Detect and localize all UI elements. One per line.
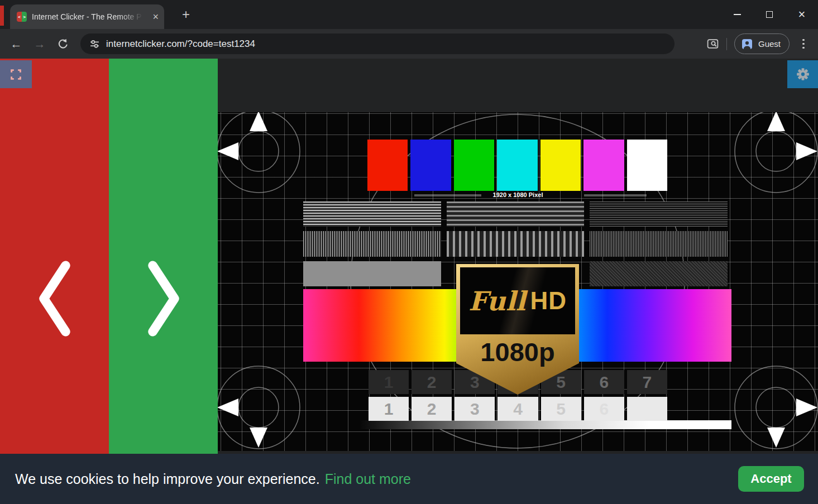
edge-artifact	[0, 6, 4, 26]
site-settings-icon[interactable]	[89, 39, 100, 49]
side-search-icon[interactable]	[706, 37, 719, 50]
profile-label: Guest	[758, 39, 781, 49]
checker-block	[590, 261, 728, 286]
color-bar-magenta	[583, 140, 624, 191]
url-bar[interactable]: internetclicker.com/?code=test1234	[80, 33, 675, 54]
vlines-block	[590, 231, 728, 256]
number-cell: 7	[627, 370, 667, 394]
hlines-block	[447, 201, 585, 227]
badge-full-text: Full	[468, 286, 525, 316]
new-tab-button[interactable]: +	[178, 6, 194, 23]
grayscale-gradient-strip	[360, 420, 731, 429]
color-bars	[367, 140, 667, 191]
resolution-caption: 1920 x 1080 Pixel	[218, 191, 818, 198]
previous-click-panel[interactable]	[0, 59, 109, 504]
profile-button[interactable]: Guest	[734, 33, 790, 54]
titlebar: < > Internet Clicker - The Remote P × + …	[0, 0, 818, 29]
browser-window: < > Internet Clicker - The Remote P × + …	[0, 0, 818, 504]
hlines-block	[303, 201, 441, 227]
favicon-left-arrow: <	[17, 12, 22, 22]
number-cell: 6	[584, 370, 624, 394]
browser-tab[interactable]: < > Internet Clicker - The Remote P ×	[10, 4, 164, 29]
fine-print-line	[414, 194, 481, 196]
vlines-block	[447, 231, 585, 256]
forward-button[interactable]: →	[30, 35, 49, 54]
number-cell: 2	[412, 370, 452, 394]
reload-button[interactable]	[54, 35, 73, 54]
hlines-block	[590, 201, 728, 227]
color-bar-cyan	[497, 140, 537, 191]
fullscreen-button[interactable]	[0, 60, 32, 88]
stage-background: 1920 x 1080 Pixel Ful	[218, 59, 818, 504]
number-row-light: 1 2 3 4 5 6 7	[369, 397, 667, 421]
window-minimize-button[interactable]	[721, 0, 753, 29]
accept-button[interactable]: Accept	[738, 466, 804, 492]
vlines-block	[303, 231, 441, 256]
number-cell: 4	[498, 397, 538, 421]
cookie-banner: We use cookies to help improve your expe…	[0, 454, 818, 504]
find-out-more-link[interactable]: Find out more	[325, 471, 411, 487]
tab-title: Internet Clicker - The Remote P	[32, 12, 147, 21]
number-cell: 2	[412, 397, 452, 421]
color-bar-white	[627, 140, 667, 191]
window-close-button[interactable]: ×	[786, 0, 818, 29]
chevron-right-icon	[142, 261, 185, 337]
favicon-right-arrow: >	[22, 12, 27, 22]
browser-toolbar: ← → internetclicker.com/?code=test1234	[0, 29, 818, 59]
chevron-left-icon	[33, 261, 76, 337]
number-cell: 6	[584, 397, 624, 421]
guest-avatar-icon	[740, 37, 754, 51]
next-click-panel[interactable]	[109, 59, 218, 504]
gear-icon	[796, 67, 810, 81]
menu-button[interactable]	[797, 35, 810, 54]
reload-icon	[58, 39, 69, 50]
color-bar-red	[367, 140, 408, 191]
test-pattern-image: 1920 x 1080 Pixel Ful	[218, 112, 818, 451]
number-cell: 5	[541, 397, 581, 421]
page-content: 1920 x 1080 Pixel Ful	[0, 59, 818, 504]
back-button[interactable]: ←	[7, 35, 26, 54]
favicon-icon: < >	[17, 12, 27, 22]
maximize-icon	[766, 11, 773, 18]
gray-block	[303, 261, 441, 286]
minimize-icon	[734, 14, 741, 15]
number-cell: 1	[369, 397, 409, 421]
cookie-message: We use cookies to help improve your expe…	[15, 471, 320, 487]
badge-top-section: Full HD	[460, 267, 575, 334]
number-cell: 7	[627, 397, 667, 421]
badge-hd-text: HD	[530, 287, 567, 315]
window-maximize-button[interactable]	[753, 0, 786, 29]
color-bar-green	[454, 140, 494, 191]
tab-close-icon[interactable]: ×	[152, 12, 159, 22]
fullscreen-icon	[10, 69, 22, 80]
number-cell: 1	[369, 370, 409, 394]
number-cell: 3	[455, 397, 495, 421]
fine-print-line	[584, 194, 647, 196]
toolbar-right-cluster: Guest	[706, 33, 810, 54]
badge-1080p-text: 1080p	[456, 337, 579, 367]
color-bar-yellow	[540, 140, 581, 191]
settings-button[interactable]	[787, 60, 818, 88]
kebab-icon	[802, 43, 805, 45]
window-controls: ×	[721, 0, 818, 29]
toolbar-divider	[726, 38, 727, 50]
url-text: internetclicker.com/?code=test1234	[106, 39, 255, 50]
color-bar-blue	[410, 140, 451, 191]
